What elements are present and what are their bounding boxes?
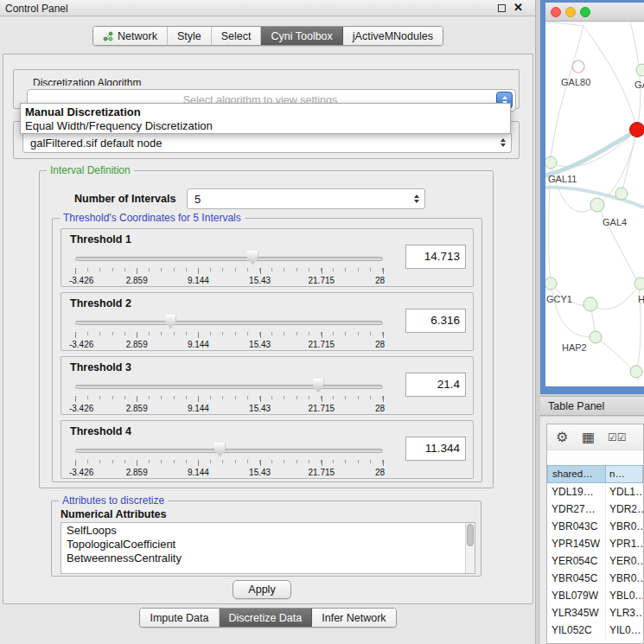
threshold-3-slider[interactable]: -3.426 2.859 9.144 15.43 21.715 28 [75, 378, 383, 414]
popup-item-manual-discretization[interactable]: Manual Discretization [21, 105, 510, 118]
network-node[interactable] [545, 277, 557, 290]
threshold-4-slider[interactable]: -3.426 2.859 9.144 15.43 21.715 28 [75, 442, 383, 478]
table-row[interactable]: YLR345WYLR3… [547, 604, 643, 622]
network-node[interactable] [590, 331, 602, 343]
control-panel-window: Control Panel ✕ Network Style [0, 0, 536, 644]
table-row[interactable]: YPR145WYPR1… [547, 535, 643, 552]
algorithm-dropdown-popup: Manual Discretization Equal Width/Freque… [20, 103, 511, 134]
tab-infer-network[interactable]: Infer Network [312, 609, 395, 627]
threshold-2-slider[interactable]: -3.426 2.859 9.144 15.43 21.715 28 [75, 314, 383, 350]
slider-track[interactable] [75, 321, 383, 325]
threshold-4-box: Threshold 4 -3.426 2.859 9.144 [61, 420, 474, 479]
top-tab-group: Network Style Select Cyni Toolbox jActiv… [92, 26, 443, 46]
tab-discretize-data-label: Discretize Data [229, 612, 303, 624]
network-node[interactable] [615, 188, 628, 200]
slider-ticks [75, 332, 383, 339]
slider-track[interactable] [75, 449, 383, 453]
cyni-toolbox-panel: Discretization Algorithm Select algorith… [3, 54, 533, 604]
column-header-shared-name[interactable]: shared… [547, 465, 606, 483]
scrollbar-thumb[interactable] [467, 524, 474, 546]
slider-thumb[interactable] [165, 315, 176, 328]
numerical-attributes-list[interactable]: SelfLoops TopologicalCoefficient Between… [61, 522, 475, 574]
threshold-1-value-field[interactable]: 14.713 [405, 245, 466, 269]
slider-track[interactable] [75, 385, 383, 389]
tab-network-label: Network [118, 30, 157, 42]
column-chooser-icon[interactable]: ▦ [582, 429, 595, 445]
table-rows: YDL19…YDL1… YDR27…YDR2… YBR043CYBR0… YPR… [547, 483, 643, 639]
close-icon[interactable]: ✕ [513, 1, 523, 14]
highlighted-network-node[interactable] [630, 123, 644, 137]
table-row[interactable]: YBR045CYBR0… [547, 570, 643, 587]
settings-gear-icon[interactable]: ⚙ [556, 429, 568, 445]
tab-cyni-toolbox[interactable]: Cyni Toolbox [261, 27, 342, 45]
threshold-4-label: Threshold 4 [70, 425, 131, 437]
slider-track[interactable] [75, 257, 383, 261]
threshold-2-value-field[interactable]: 6.316 [405, 309, 466, 333]
network-node[interactable] [545, 156, 557, 169]
threshold-2-box: Threshold 2 -3.426 2.859 9.144 [61, 292, 474, 351]
tab-style[interactable]: Style [168, 27, 212, 45]
network-window-titlebar[interactable] [545, 3, 644, 22]
table-toolbar: ⚙ ▦ ☑☑ [547, 424, 643, 450]
threshold-1-label: Threshold 1 [70, 233, 131, 245]
network-node[interactable] [630, 366, 642, 378]
tab-impute-data[interactable]: Impute Data [140, 609, 219, 627]
scrollbar[interactable] [465, 523, 475, 573]
slider-tick-labels: -3.426 2.859 9.144 15.43 21.715 28 [75, 468, 383, 478]
up-arrow-icon [501, 138, 506, 142]
tab-impute-data-label: Impute Data [150, 612, 208, 624]
threshold-3-value-field[interactable]: 21.4 [405, 373, 466, 397]
network-node[interactable] [634, 277, 644, 290]
network-node[interactable] [583, 297, 597, 311]
slider-thumb[interactable] [313, 379, 324, 392]
minimize-traffic-light-icon[interactable] [565, 7, 576, 17]
float-icon[interactable] [498, 4, 506, 12]
network-view-inner: GAL80 GA GAL11 GAL4 GCY1 H HAP2 [545, 3, 644, 386]
node-label: H [638, 294, 644, 304]
up-arrow-icon [502, 96, 507, 99]
apply-button[interactable]: Apply [233, 580, 291, 599]
zoom-traffic-light-icon[interactable] [580, 7, 590, 17]
table-row[interactable]: YBR043CYBR0… [547, 518, 643, 535]
network-thick-edges [545, 131, 644, 207]
network-node[interactable] [590, 198, 604, 212]
table-row[interactable]: YBL079WYBL0… [547, 587, 643, 604]
slider-thumb[interactable] [247, 251, 258, 265]
network-node[interactable] [636, 64, 644, 76]
table-row[interactable]: YDR27…YDR2… [547, 501, 643, 518]
slider-thumb[interactable] [214, 443, 226, 456]
network-node[interactable] [572, 61, 584, 73]
interval-definition-group-title: Interval Definition [47, 164, 134, 176]
node-label: GAL11 [548, 174, 577, 184]
tab-discretize-data[interactable]: Discretize Data [220, 609, 313, 627]
threshold-4-value-field[interactable]: 11.344 [405, 437, 466, 461]
close-traffic-light-icon[interactable] [551, 7, 561, 17]
number-of-intervals-combobox[interactable]: 5 [187, 188, 425, 209]
slider-ticks [75, 396, 383, 403]
select-columns-icon[interactable]: ☑☑ [608, 431, 627, 443]
tab-network[interactable]: Network [93, 27, 168, 45]
combo-stepper-icon [414, 194, 419, 203]
tab-jactivemnodules[interactable]: jActiveMNodules [343, 27, 443, 45]
list-item[interactable]: TopologicalCoefficient [61, 537, 475, 551]
tab-select[interactable]: Select [212, 27, 262, 45]
table-row[interactable]: YDL19…YDL1… [547, 483, 643, 501]
table-row[interactable]: YIL052CYIL0… [547, 622, 643, 639]
table-panel: ⚙ ▦ ☑☑ shared… n… YDL19…YDL1… YDR27…YDR2… [540, 417, 644, 644]
table-row[interactable]: YER054CYER0… [547, 552, 643, 570]
top-tab-bar: Network Style Select Cyni Toolbox jActiv… [0, 26, 536, 50]
column-header-name[interactable]: n… [606, 465, 643, 483]
table-header-row: shared… n… [547, 465, 643, 483]
slider-ticks [75, 460, 383, 467]
threshold-3-box: Threshold 3 -3.426 2.859 9.144 [61, 356, 474, 415]
table-data-combobox[interactable]: galFiltered.sif default node [22, 132, 512, 153]
control-panel-titlebar: Control Panel ✕ [0, 0, 535, 16]
threshold-1-slider[interactable]: -3.426 2.859 9.144 15.43 21.715 28 [75, 250, 383, 286]
network-canvas[interactable]: GAL80 GA GAL11 GAL4 GCY1 H HAP2 [545, 22, 644, 386]
threshold-1-box: Threshold 1 -3.426 2.859 9.144 [61, 228, 474, 287]
list-item[interactable]: SelfLoops [61, 523, 475, 537]
list-item[interactable]: BetweennessCentrality [61, 551, 475, 564]
popup-item-equal-width-frequency[interactable]: Equal Width/Frequency Discretization [21, 118, 510, 132]
number-of-intervals-label: Number of Intervals [74, 193, 175, 205]
attributes-to-discretize-group: Attributes to discretize Numerical Attri… [51, 501, 481, 577]
